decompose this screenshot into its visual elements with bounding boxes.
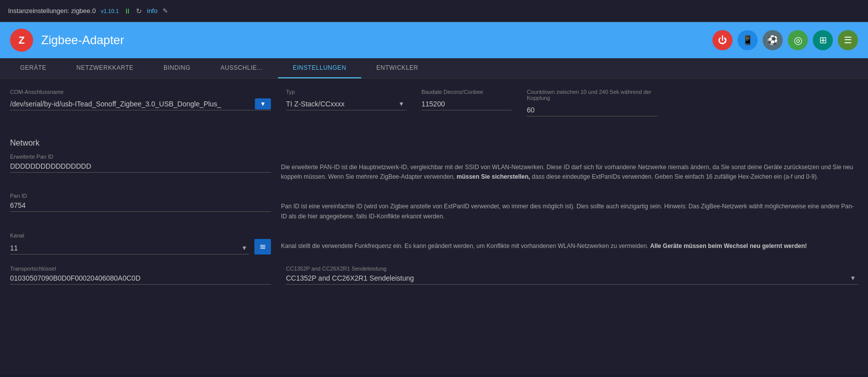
grid-button[interactable]: ⊞: [813, 30, 833, 50]
baudate-label: Baudate Deconz/Conbee: [421, 89, 512, 95]
pan-id-left: Pan ID: [10, 192, 271, 221]
kanal-section: Kanal 11 12 13 14 15 ▼ ≋ Kanal stellt di…: [10, 231, 858, 255]
tab-netzwerkkarte[interactable]: NETZWERKKARTE: [61, 58, 149, 78]
refresh-icon[interactable]: ↻: [136, 7, 142, 15]
header: Z Zigbee-Adapter ⏻ 📱 ⚽ ◎ ⊞ ☰: [0, 22, 868, 58]
baudate-group: Baudate Deconz/Conbee: [421, 89, 512, 116]
sendeleistung-select[interactable]: CC1352P and CC26X2R1 Sendeleistung: [286, 272, 858, 284]
app-logo: Z: [10, 29, 33, 52]
header-title: Zigbee-Adapter: [41, 33, 704, 47]
top-settings-row: COM-Anschlussname ▼ Typ TI Z-Stack/CCxxx…: [10, 89, 858, 116]
countdown-input[interactable]: [527, 104, 657, 116]
settings-content: COM-Anschlussname ▼ Typ TI Z-Stack/CCxxx…: [0, 79, 868, 374]
kanal-label: Kanal: [10, 232, 24, 238]
wave-button[interactable]: ≋: [254, 239, 271, 255]
lines-button[interactable]: ☰: [838, 30, 858, 50]
version-badge: v1.10.1: [101, 8, 119, 14]
network-title: Network: [10, 139, 858, 148]
typ-select[interactable]: TI Z-Stack/CCxxxx: [286, 98, 406, 110]
tab-binding[interactable]: BINDING: [149, 58, 206, 78]
soccer-button[interactable]: ⚽: [763, 30, 783, 50]
ext-pan-id-label: Erweiterte Pan ID: [10, 154, 53, 160]
typ-group: Typ TI Z-Stack/CCxxxx ▼: [286, 89, 406, 116]
ext-pan-id-left: Erweiterte Pan ID: [10, 153, 271, 182]
countdown-label: Countdown zwischen 10 und 240 Sek währen…: [527, 89, 657, 101]
sendeleistung-select-wrapper: CC1352P and CC26X2R1 Sendeleistung ▼: [286, 272, 858, 285]
pan-id-input[interactable]: [10, 199, 271, 212]
kanal-left: Kanal 11 12 13 14 15 ▼ ≋: [10, 231, 271, 255]
pan-id-section: Pan ID Pan ID ist eine vereinfachte ID (…: [10, 192, 858, 221]
kanal-select-wrapper: 11 12 13 14 15 ▼: [10, 242, 249, 255]
tab-geraete[interactable]: GERÄTE: [5, 58, 61, 78]
typ-label: Typ: [286, 89, 406, 95]
tab-einstellungen[interactable]: EINSTELLUNGEN: [278, 58, 362, 78]
phone-button[interactable]: 📱: [738, 30, 758, 50]
com-input-row: ▼: [10, 98, 271, 110]
com-dropdown-btn[interactable]: ▼: [255, 98, 271, 109]
sendeleistung-label: CC1352P and CC26X2R1 Sendeleistung: [286, 266, 386, 272]
ext-pan-id-input[interactable]: [10, 160, 271, 173]
countdown-group: Countdown zwischen 10 und 240 Sek währen…: [527, 89, 657, 116]
pan-id-label: Pan ID: [10, 193, 27, 199]
baudate-input[interactable]: [421, 98, 512, 110]
wifi-button[interactable]: ◎: [788, 30, 808, 50]
ext-pan-id-desc: Die erweiterte PAN-ID ist die Hauptnetzw…: [281, 153, 858, 182]
com-label: COM-Anschlussname: [10, 89, 271, 95]
edit-icon[interactable]: ✎: [163, 7, 168, 15]
tab-entwickler[interactable]: ENTWICKLER: [361, 58, 433, 78]
kanal-desc: Kanal stellt die verwendete Funkfrequenz…: [281, 231, 858, 255]
typ-select-wrapper: TI Z-Stack/CCxxxx ▼: [286, 98, 406, 110]
top-bar-title: Instanzeinstellungen: zigbee.0: [8, 7, 96, 15]
header-icons: ⏻ 📱 ⚽ ◎ ⊞ ☰: [712, 30, 858, 50]
transport-input[interactable]: [10, 272, 271, 285]
sendeleistung-group: CC1352P and CC26X2R1 Sendeleistung CC135…: [286, 265, 858, 285]
kanal-row: 11 12 13 14 15 ▼ ≋: [10, 239, 271, 255]
transport-section: Transportschlüssel CC1352P and CC26X2R1 …: [10, 265, 858, 285]
kanal-select[interactable]: 11 12 13 14 15: [10, 242, 249, 254]
pan-id-desc: Pan ID ist eine vereinfachte ID (wird vo…: [281, 192, 858, 221]
power-button[interactable]: ⏻: [712, 30, 733, 50]
transport-label: Transportschlüssel: [10, 266, 56, 272]
tab-ausschlie[interactable]: AUSSCHLIE...: [205, 58, 277, 78]
transport-group: Transportschlüssel: [10, 265, 271, 285]
ext-pan-id-section: Erweiterte Pan ID Die erweiterte PAN-ID …: [10, 153, 858, 182]
pause-icon[interactable]: ⏸: [124, 7, 131, 15]
top-bar: Instanzeinstellungen: zigbee.0 v1.10.1 ⏸…: [0, 0, 868, 22]
nav-tabs: GERÄTE NETZWERKKARTE BINDING AUSSCHLIE..…: [0, 58, 868, 79]
com-group: COM-Anschlussname ▼: [10, 89, 271, 116]
com-input[interactable]: [10, 98, 255, 110]
info-link[interactable]: info: [147, 7, 158, 15]
